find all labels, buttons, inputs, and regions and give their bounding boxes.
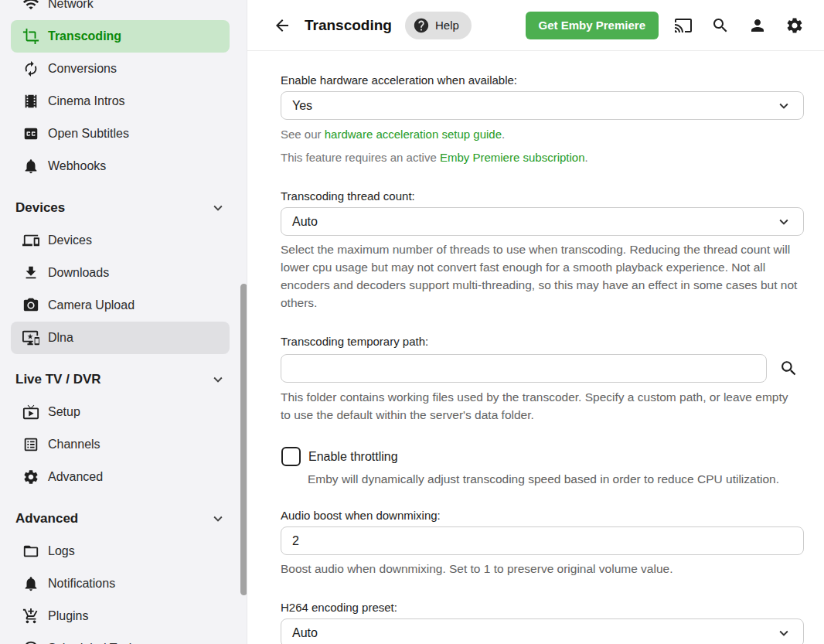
temp-path-label: Transcoding temporary path: [281, 335, 804, 348]
sidebar-section-advanced[interactable]: Advanced [0, 503, 247, 535]
sidebar-item-label: Dlna [48, 331, 73, 345]
hardware-accel-value: Yes [292, 99, 312, 113]
thread-count-select[interactable]: Auto [281, 207, 804, 236]
search-button[interactable] [702, 10, 739, 41]
main-panel: Transcoding Help Get Emby Premiere [247, 0, 824, 644]
sidebar-item-cinema-intros[interactable]: Cinema Intros [11, 85, 230, 118]
live-tv-icon [22, 403, 40, 421]
sidebar-item-advanced[interactable]: Advanced [11, 461, 230, 493]
sidebar-item-conversions[interactable]: Conversions [11, 53, 230, 85]
section-title: Live TV / DVR [15, 372, 101, 387]
sidebar-item-camera-upload[interactable]: Camera Upload [11, 289, 230, 322]
thread-count-description: Select the maximum number of threads to … [281, 240, 800, 312]
help-text: See our [281, 128, 325, 141]
bell-icon [22, 574, 40, 593]
sidebar-item-plugins[interactable]: Plugins [11, 600, 230, 632]
sidebar-item-label: Setup [48, 405, 80, 419]
user-button[interactable] [739, 10, 776, 41]
field-h264-preset: H264 encoding preset: Auto Choose a fast… [281, 601, 804, 644]
browse-path-button[interactable] [773, 353, 804, 383]
sidebar-item-label: Downloads [48, 266, 109, 280]
temp-path-input[interactable] [281, 354, 767, 383]
field-temp-path: Transcoding temporary path: This folder … [281, 335, 804, 424]
sidebar-item-network[interactable]: Network [11, 0, 230, 20]
help-button[interactable]: Help [405, 12, 472, 39]
help-button-label: Help [435, 19, 459, 32]
enable-throttling-checkbox[interactable] [281, 447, 301, 466]
sidebar-item-scheduled-tasks[interactable]: Scheduled Tasks [11, 632, 230, 644]
channels-icon [22, 436, 39, 453]
folder-icon [22, 542, 40, 561]
get-emby-premiere-button[interactable]: Get Emby Premiere [526, 12, 659, 39]
premiere-requirement: This feature requires an active Emby Pre… [281, 148, 804, 166]
field-hardware-acceleration: Enable hardware acceleration when availa… [281, 73, 804, 166]
sidebar: NetworkTranscodingConversionsCinema Intr… [0, 0, 247, 644]
app-window: NetworkTranscodingConversionsCinema Intr… [0, 0, 824, 644]
devices-icon [22, 232, 39, 249]
camera-icon [22, 296, 40, 315]
sidebar-item-dlna[interactable]: Dlna [11, 322, 230, 354]
film-icon [22, 93, 39, 110]
sidebar-item-downloads[interactable]: Downloads [11, 257, 230, 289]
sidebar-item-setup[interactable]: Setup [11, 396, 230, 428]
sidebar-item-logs[interactable]: Logs [11, 535, 230, 567]
channels-icon [22, 435, 40, 454]
sidebar-item-label: Notifications [48, 577, 115, 591]
sidebar-item-transcoding[interactable]: Transcoding [11, 20, 230, 53]
settings-button[interactable] [776, 10, 813, 41]
temp-path-description: This folder contains working files used … [281, 388, 791, 424]
devices-icon [22, 231, 40, 250]
h264-preset-select[interactable]: Auto [281, 618, 804, 644]
hardware-accel-guide-link[interactable]: hardware acceleration setup guide [325, 128, 502, 141]
emby-premiere-link[interactable]: Emby Premiere subscription [440, 151, 585, 164]
crop-icon [22, 28, 39, 45]
sidebar-item-devices[interactable]: Devices [11, 224, 230, 257]
search-icon [779, 359, 798, 378]
field-throttling: Enable throttling Emby will dynamically … [281, 447, 804, 488]
sidebar-item-notifications[interactable]: Notifications [11, 567, 230, 600]
sidebar-item-webhooks[interactable]: Webhooks [11, 150, 230, 182]
sidebar-item-open-subtitles[interactable]: Open Subtitles [11, 118, 230, 150]
field-thread-count: Transcoding thread count: Auto Select th… [281, 189, 804, 312]
sidebar-section-live-tv-dvr[interactable]: Live TV / DVR [0, 363, 247, 396]
throttling-label[interactable]: Enable throttling [308, 450, 398, 464]
sync-icon [22, 60, 40, 78]
sidebar-item-label: Logs [48, 544, 75, 558]
live-tv-icon [22, 404, 39, 421]
premiere-text: This feature requires an active [281, 151, 440, 164]
audio-boost-description: Boost audio when downmixing. Set to 1 to… [281, 560, 791, 578]
cart-plus-icon [22, 607, 40, 625]
sidebar-item-label: Network [48, 0, 94, 11]
h264-preset-value: Auto [292, 626, 318, 640]
sidebar-item-label: Conversions [48, 62, 117, 76]
arrow-back-icon [273, 16, 291, 35]
closed-caption-icon [22, 124, 40, 143]
gear-icon [22, 469, 39, 486]
clock-icon [22, 640, 39, 644]
h264-preset-label: H264 encoding preset: [281, 601, 804, 614]
header-actions [665, 10, 813, 41]
audio-boost-label: Audio boost when downmixing: [281, 509, 804, 522]
hardware-accel-select[interactable]: Yes [281, 91, 804, 120]
header-bar: Transcoding Help Get Emby Premiere [247, 0, 824, 51]
clock-icon [22, 639, 40, 644]
bell-icon [22, 158, 39, 175]
back-button[interactable] [268, 12, 296, 39]
dlna-devices-icon [22, 329, 40, 347]
help-text-suffix: . [502, 128, 505, 141]
sidebar-scrollbar[interactable] [240, 284, 247, 595]
sidebar-item-label: Channels [48, 438, 100, 451]
sync-icon [22, 60, 39, 77]
throttling-description: Emby will dynamically adjust transcoding… [308, 470, 804, 488]
wifi-icon [22, 0, 40, 13]
chevron-down-icon [209, 510, 226, 527]
thread-count-label: Transcoding thread count: [281, 189, 804, 203]
film-icon [22, 92, 40, 111]
sidebar-item-channels[interactable]: Channels [11, 428, 230, 461]
cast-button[interactable] [665, 10, 702, 41]
chevron-down-icon [775, 97, 792, 114]
sidebar-section-devices[interactable]: Devices [0, 192, 247, 224]
bell-icon [22, 157, 40, 175]
crop-icon [22, 27, 40, 46]
audio-boost-input[interactable] [281, 526, 804, 555]
